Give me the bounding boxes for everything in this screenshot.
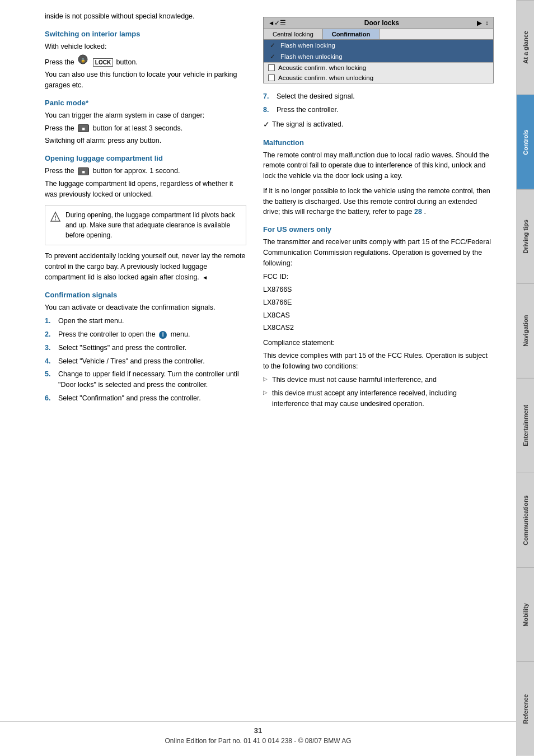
step-num-4: 4. (45, 356, 56, 367)
heading-for-us-owners: For US owners only (263, 225, 494, 234)
approx-1-second: button for approx. 1 second. (93, 167, 180, 175)
step-6: 6. Select "Confirmation" and press the c… (45, 393, 246, 404)
checkbox-4 (268, 74, 275, 81)
step-num-1: 1. (45, 316, 56, 326)
option-row-3: Acoustic confirm. when locking (264, 63, 493, 73)
press-text: Press the (45, 58, 74, 66)
page-number: 31 (0, 726, 516, 735)
option-row-2: ✓ Flash when unlocking (264, 51, 493, 62)
step-text-5: Change to upper field if necessary. Turn… (58, 369, 246, 390)
page-footer: 31 Online Edition for Part no. 01 41 0 0… (0, 721, 516, 745)
signal-activated-row: ✓ The signal is activated. (263, 119, 494, 130)
step-text-4: Select "Vehicle / Tires" and press the c… (58, 356, 205, 367)
step-num-6: 6. (45, 393, 56, 404)
fcc-ids-block: FCC ID: LX8766S LX8766E LX8CAS LX8CAS2 (263, 272, 494, 333)
title-arrow-left: ◄ (268, 20, 274, 26)
bullet-tri-1: ▷ (263, 376, 268, 382)
panic-seconds: button for at least 3 seconds. (93, 124, 183, 132)
sidebar-tab-driving-tips[interactable]: Driving tips (517, 189, 534, 284)
confirmation-signals-text1: You can activate or deactivate the confi… (45, 302, 246, 313)
fcc-id-line-4: LX8CAS2 (263, 323, 494, 333)
tab-central-locking[interactable]: Central locking (264, 29, 323, 39)
titlebar-icons: ✓☰ (274, 19, 286, 27)
step-5: 5. Change to upper field if necessary. T… (45, 369, 246, 390)
svg-point-4 (55, 220, 56, 221)
bullet-text-1: This device must not cause harmful inter… (272, 375, 437, 385)
screen-titlebar: ◄ ✓☰ Door locks ▶ ↕ (264, 17, 493, 29)
sidebar-tab-communications[interactable]: Communications (517, 473, 534, 567)
step-num-5: 5. (45, 369, 56, 380)
step-text-2: Press the controller to open the i menu. (58, 329, 190, 340)
title-arrow-right: ▶ (477, 19, 482, 27)
step-text-3: Select "Settings" and press the controll… (58, 343, 186, 353)
checkmark-activated: ✓ (263, 119, 270, 130)
step-7: 7. Select the desired signal. (263, 91, 494, 102)
press-text-2: Press the (45, 167, 74, 175)
sidebar-tab-navigation[interactable]: Navigation (517, 283, 534, 378)
bullet-tri-2: ▷ (263, 389, 268, 395)
screen-tabs: Central locking Confirmation (264, 29, 493, 40)
trunk-button-icon: ■ (78, 167, 89, 175)
sidebar-tabs: At a glance Controls Driving tips Naviga… (516, 0, 534, 756)
back-ref-icon: ◄ (202, 274, 208, 281)
step-1: 1. Open the start menu. (45, 316, 246, 326)
fcc-id-line-2: LX8766E (263, 297, 494, 308)
option-text-4: Acoustic confirm. when unlocking (278, 74, 373, 81)
step-num-2: 2. (45, 329, 56, 340)
sidebar-tab-mobility[interactable]: Mobility (517, 567, 534, 662)
check-1: ✓ (268, 41, 277, 49)
lock-label: LOCK (93, 58, 113, 67)
sidebar-tab-controls[interactable]: Controls (517, 95, 534, 189)
option-text-3: Acoustic confirm. when locking (278, 64, 366, 71)
option-text-1: Flash when locking (280, 42, 335, 49)
heading-confirmation-signals: Confirmation signals (45, 291, 246, 299)
step-text-6: Select "Confirmation" and press the cont… (58, 393, 201, 404)
intro-text: inside is not possible without special k… (45, 11, 246, 22)
signal-activated-text: The signal is activated. (272, 119, 343, 130)
opening-luggage-text1: Press the ■ button for approx. 1 second. (45, 166, 246, 176)
step-num-8: 8. (263, 105, 274, 115)
lock-button-icon: 🔒 (78, 54, 88, 64)
malfunction-page-ref[interactable]: 28 (414, 208, 422, 216)
title-updown: ↕ (485, 20, 489, 26)
fcc-id-line-1: LX8766S (263, 284, 494, 295)
locate-vehicle-text: You can also use this function to locate… (45, 69, 246, 91)
tab-confirmation[interactable]: Confirmation (323, 29, 380, 39)
i-icon: i (159, 331, 167, 339)
copyright-text: Online Edition for Part no. 01 41 0 014 … (165, 737, 351, 745)
triangle-icon (50, 211, 61, 222)
option-row-1: ✓ Flash when locking (264, 40, 493, 51)
step-num-3: 3. (45, 343, 56, 353)
check-2: ✓ (268, 53, 277, 60)
bullet-1-row: ▷ This device must not cause harmful int… (263, 375, 494, 385)
panic-button-icon: ■ (78, 124, 89, 132)
malfunction-text2: If it is no longer possible to lock the … (263, 186, 494, 217)
steps-7-8: 7. Select the desired signal. 8. Press t… (263, 91, 494, 115)
note-text: During opening, the luggage compartment … (65, 210, 241, 240)
compliance-text: This device complies with part 15 of the… (263, 351, 494, 372)
heading-switching-interior-lamps: Switching on interior lamps (45, 30, 246, 38)
panic-mode-text2: Press the ■ button for at least 3 second… (45, 123, 246, 134)
step-2: 2. Press the controller to open the i me… (45, 329, 246, 340)
screen-ui: ◄ ✓☰ Door locks ▶ ↕ Central locking Conf… (263, 17, 494, 83)
numbered-steps-list: 1. Open the start menu. 2. Press the con… (45, 316, 246, 403)
malfunction-text1: The remote control may malfunction due t… (263, 150, 494, 181)
heading-malfunction: Malfunction (263, 138, 494, 147)
sidebar-tab-reference[interactable]: Reference (517, 661, 534, 756)
option-text-2: Flash when unlocking (280, 53, 343, 60)
heading-panic-mode: Panic mode* (45, 99, 246, 107)
checkbox-3 (268, 64, 275, 71)
sidebar-tab-entertainment[interactable]: Entertainment (517, 378, 534, 473)
sidebar-tab-at-a-glance[interactable]: At a glance (517, 0, 534, 95)
fcc-id-line-0: FCC ID: (263, 272, 494, 282)
option-row-4: Acoustic confirm. when unlocking (264, 73, 493, 83)
note-box: During opening, the luggage compartment … (45, 205, 246, 245)
bullet-text-2: this device must accept any interference… (272, 388, 494, 409)
panic-press: Press the (45, 124, 74, 132)
text-press-lock-button: Press the 🔒 LOCK button. (45, 54, 246, 68)
opening-luggage-text3: The luggage compartment lid opens, regar… (45, 179, 246, 200)
heading-opening-luggage: Opening luggage compartment lid (45, 154, 246, 162)
step-text-7: Select the desired signal. (277, 91, 355, 102)
opening-luggage-text4: To prevent accidentally locking yourself… (45, 251, 246, 282)
step-3: 3. Select "Settings" and press the contr… (45, 343, 246, 353)
